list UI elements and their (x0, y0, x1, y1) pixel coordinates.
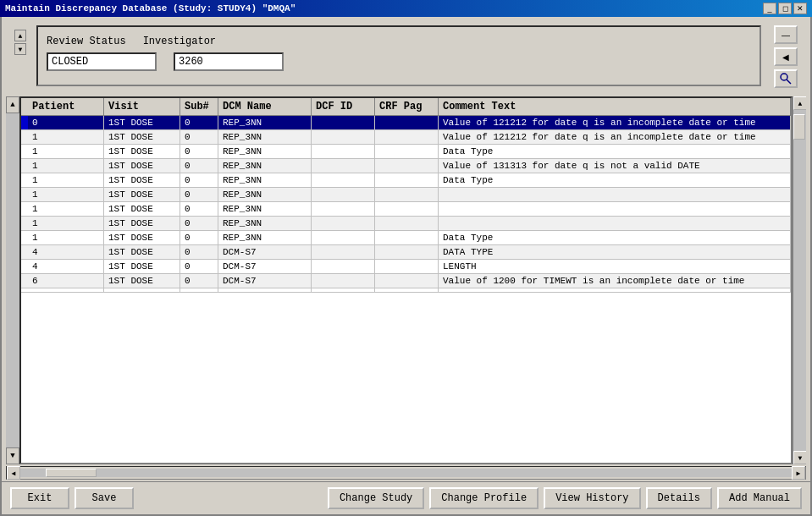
col-header-dcf: DCF ID (312, 98, 375, 115)
row-indicator (21, 260, 28, 273)
scroll-up-arrow[interactable]: ▲ (14, 30, 26, 41)
cell-dcm: REP_3NN (218, 159, 312, 173)
scroll-horizontal-track[interactable] (20, 469, 792, 477)
cell-comment: Data Type (439, 231, 791, 244)
table-row[interactable]: 11ST DOSE0REP_3NN (21, 202, 791, 217)
cell-dcf (312, 145, 375, 158)
cell-visit (104, 288, 180, 292)
scroll-up-button[interactable]: ▲ (793, 96, 806, 110)
cell-patient: 6 (28, 274, 104, 288)
form-area: Review Status Investigator (36, 25, 761, 86)
cell-crf (375, 245, 439, 259)
cell-dcm: REP_3NN (218, 145, 312, 158)
scroll-left-button[interactable]: ◀ (7, 466, 20, 480)
left-scroll-down[interactable]: ▼ (6, 447, 19, 464)
cell-sub: 0 (180, 188, 218, 201)
maximize-button[interactable]: ◻ (778, 3, 792, 14)
cell-patient: 1 (28, 217, 104, 230)
main-window: ▲ ▼ Review Status Investigator — ◀ (0, 17, 812, 516)
table-row[interactable]: 41ST DOSE0DCM-S7DATA TYPE (21, 245, 791, 260)
cell-dcf (312, 116, 375, 129)
cell-dcm: DCM-S7 (218, 245, 312, 259)
scroll-down-arrow[interactable]: ▼ (14, 43, 26, 55)
scroll-horizontal-thumb[interactable] (46, 469, 97, 477)
close-button[interactable]: ✕ (793, 3, 807, 14)
table-body: 01ST DOSE0REP_3NNValue of 121212 for dat… (21, 116, 791, 463)
cell-comment: Value of 131313 for date q is not a vali… (439, 159, 791, 173)
cell-visit: 1ST DOSE (104, 245, 180, 259)
cell-comment (439, 217, 791, 230)
left-scroll-up[interactable]: ▲ (6, 96, 19, 113)
scroll-right-button[interactable]: ▶ (792, 466, 805, 480)
cell-crf (375, 231, 439, 244)
cell-comment (439, 288, 791, 292)
change-study-button[interactable]: Change Study (328, 487, 424, 509)
scroll-thumb[interactable] (793, 114, 805, 140)
form-row-values (47, 52, 751, 71)
table-row[interactable]: 41ST DOSE0DCM-S7LENGTH (21, 260, 791, 274)
table-row[interactable]: 61ST DOSE0DCM-S7Value of 1200 for TIMEWT… (21, 274, 791, 288)
table-row[interactable]: 11ST DOSE0REP_3NNValue of 131313 for dat… (21, 159, 791, 173)
cell-dcm: REP_3NN (218, 231, 312, 244)
add-manual-button[interactable]: Add Manual (717, 487, 802, 509)
horizontal-scrollbar[interactable]: ◀ ▶ (6, 466, 806, 480)
left-scroll-track (6, 113, 19, 447)
cell-dcm: REP_3NN (218, 202, 312, 216)
status-input[interactable] (47, 52, 157, 71)
row-indicator (21, 116, 28, 129)
cell-dcm (218, 288, 312, 292)
investigator-input[interactable] (174, 52, 284, 71)
row-indicator (21, 231, 28, 244)
cell-sub: 0 (180, 159, 218, 173)
cell-patient: 1 (28, 159, 104, 173)
cell-dcf (312, 130, 375, 144)
table-row[interactable]: 01ST DOSE0REP_3NNValue of 121212 for dat… (21, 116, 791, 130)
row-indicator (21, 159, 28, 173)
cell-comment: Value of 1200 for TIMEWT is an incomplet… (439, 274, 791, 288)
top-panel: ▲ ▼ Review Status Investigator — ◀ (2, 17, 810, 96)
cell-dcm: REP_3NN (218, 217, 312, 230)
minimize-icon-button[interactable]: — (774, 25, 798, 44)
cell-patient: 1 (28, 145, 104, 158)
cell-crf (375, 188, 439, 201)
cell-sub (180, 288, 218, 292)
vertical-scrollbar[interactable]: ▲ ▼ (793, 96, 806, 464)
back-icon-button[interactable]: ◀ (774, 47, 798, 66)
cell-dcf (312, 288, 375, 292)
table-row[interactable]: 11ST DOSE0REP_3NNData Type (21, 173, 791, 188)
search-icon-button[interactable] (774, 69, 798, 88)
window-controls[interactable]: _ ◻ ✕ (763, 3, 807, 14)
cell-patient: 1 (28, 202, 104, 216)
cell-dcm: REP_3NN (218, 188, 312, 201)
table-row[interactable]: 11ST DOSE0REP_3NNValue of 121212 for dat… (21, 130, 791, 145)
table-row[interactable]: 11ST DOSE0REP_3NN (21, 217, 791, 231)
cell-visit: 1ST DOSE (104, 231, 180, 244)
table-row[interactable]: 11ST DOSE0REP_3NNData Type (21, 231, 791, 245)
table-row[interactable]: 11ST DOSE0REP_3NNData Type (21, 145, 791, 159)
exit-button[interactable]: Exit (10, 487, 69, 509)
view-history-button[interactable]: View History (544, 487, 640, 509)
cell-comment: Data Type (439, 145, 791, 158)
col-header-patient: Patient (28, 98, 104, 115)
details-button[interactable]: Details (646, 487, 712, 509)
save-button[interactable]: Save (75, 487, 134, 509)
row-indicator (21, 288, 28, 292)
cell-crf (375, 288, 439, 292)
scroll-down-button[interactable]: ▼ (793, 451, 806, 464)
row-indicator (21, 274, 28, 288)
cell-dcf (312, 173, 375, 187)
cell-dcm: REP_3NN (218, 173, 312, 187)
table-row[interactable] (21, 288, 791, 293)
cell-dcf (312, 260, 375, 273)
cell-comment: LENGTH (439, 260, 791, 273)
cell-sub: 0 (180, 130, 218, 144)
cell-sub: 0 (180, 173, 218, 187)
search-icon (780, 73, 792, 85)
cell-comment: Value of 121212 for date q is an incompl… (439, 130, 791, 144)
scroll-track[interactable] (793, 110, 806, 451)
minimize-button[interactable]: _ (763, 3, 776, 14)
cell-dcf (312, 245, 375, 259)
change-profile-button[interactable]: Change Profile (429, 487, 539, 509)
table-row[interactable]: 11ST DOSE0REP_3NN (21, 188, 791, 202)
cell-visit: 1ST DOSE (104, 116, 180, 129)
